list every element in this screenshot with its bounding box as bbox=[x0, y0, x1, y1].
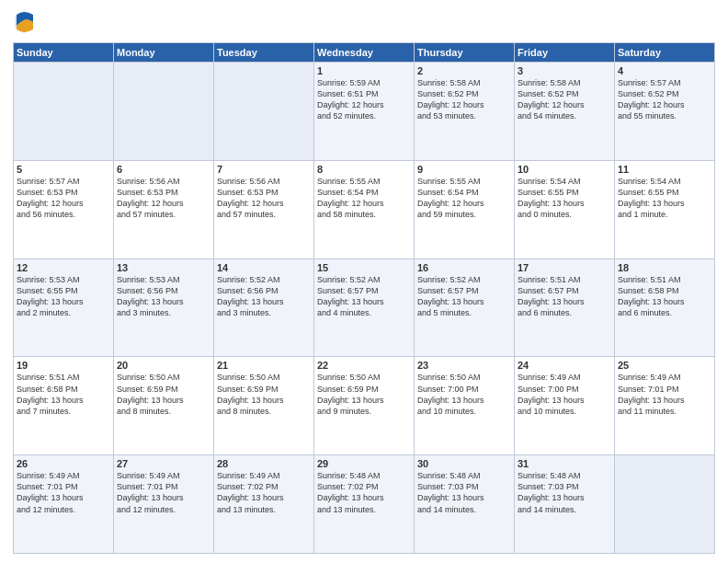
calendar-cell: 2Sunrise: 5:58 AM Sunset: 6:52 PM Daylig… bbox=[415, 63, 515, 161]
day-info: Sunrise: 5:49 AM Sunset: 7:01 PM Dayligh… bbox=[618, 372, 711, 417]
day-number: 10 bbox=[518, 164, 611, 175]
day-info: Sunrise: 5:57 AM Sunset: 6:53 PM Dayligh… bbox=[17, 176, 110, 221]
day-info: Sunrise: 5:53 AM Sunset: 6:55 PM Dayligh… bbox=[17, 274, 110, 319]
calendar-week-3: 19Sunrise: 5:51 AM Sunset: 6:58 PM Dayli… bbox=[14, 357, 715, 455]
calendar-cell: 10Sunrise: 5:54 AM Sunset: 6:55 PM Dayli… bbox=[515, 160, 615, 259]
calendar-body: 1Sunrise: 5:59 AM Sunset: 6:51 PM Daylig… bbox=[14, 63, 715, 554]
weekday-header-wednesday: Wednesday bbox=[314, 43, 415, 63]
calendar-week-0: 1Sunrise: 5:59 AM Sunset: 6:51 PM Daylig… bbox=[14, 63, 715, 161]
day-info: Sunrise: 5:58 AM Sunset: 6:52 PM Dayligh… bbox=[518, 77, 611, 122]
calendar-cell: 27Sunrise: 5:49 AM Sunset: 7:01 PM Dayli… bbox=[114, 455, 214, 554]
day-info: Sunrise: 5:50 AM Sunset: 6:59 PM Dayligh… bbox=[117, 372, 210, 417]
calendar-cell: 13Sunrise: 5:53 AM Sunset: 6:56 PM Dayli… bbox=[114, 259, 214, 357]
day-number: 25 bbox=[618, 360, 711, 371]
day-number: 13 bbox=[117, 262, 210, 273]
day-info: Sunrise: 5:54 AM Sunset: 6:55 PM Dayligh… bbox=[518, 176, 611, 221]
day-info: Sunrise: 5:50 AM Sunset: 6:59 PM Dayligh… bbox=[317, 372, 411, 417]
calendar-week-1: 5Sunrise: 5:57 AM Sunset: 6:53 PM Daylig… bbox=[14, 160, 715, 259]
day-info: Sunrise: 5:51 AM Sunset: 6:57 PM Dayligh… bbox=[518, 274, 611, 319]
calendar-cell: 3Sunrise: 5:58 AM Sunset: 6:52 PM Daylig… bbox=[515, 63, 615, 161]
day-info: Sunrise: 5:51 AM Sunset: 6:58 PM Dayligh… bbox=[17, 372, 110, 417]
day-info: Sunrise: 5:59 AM Sunset: 6:51 PM Dayligh… bbox=[317, 77, 411, 122]
day-number: 26 bbox=[17, 458, 110, 469]
calendar-cell: 7Sunrise: 5:56 AM Sunset: 6:53 PM Daylig… bbox=[214, 160, 314, 259]
calendar-cell: 20Sunrise: 5:50 AM Sunset: 6:59 PM Dayli… bbox=[114, 357, 214, 455]
calendar-cell: 1Sunrise: 5:59 AM Sunset: 6:51 PM Daylig… bbox=[314, 63, 415, 161]
day-number: 11 bbox=[618, 164, 711, 175]
day-number: 9 bbox=[417, 164, 511, 175]
calendar-cell: 30Sunrise: 5:48 AM Sunset: 7:03 PM Dayli… bbox=[415, 455, 515, 554]
weekday-header-thursday: Thursday bbox=[415, 43, 515, 63]
day-info: Sunrise: 5:56 AM Sunset: 6:53 PM Dayligh… bbox=[217, 176, 311, 221]
calendar-cell: 19Sunrise: 5:51 AM Sunset: 6:58 PM Dayli… bbox=[14, 357, 114, 455]
weekday-header-sunday: Sunday bbox=[14, 43, 114, 63]
calendar-cell bbox=[14, 63, 114, 161]
day-info: Sunrise: 5:50 AM Sunset: 6:59 PM Dayligh… bbox=[217, 372, 311, 417]
day-info: Sunrise: 5:55 AM Sunset: 6:54 PM Dayligh… bbox=[417, 176, 511, 221]
day-number: 8 bbox=[317, 164, 411, 175]
day-number: 1 bbox=[317, 65, 411, 76]
day-number: 7 bbox=[217, 164, 311, 175]
weekday-header-friday: Friday bbox=[515, 43, 615, 63]
calendar-cell: 6Sunrise: 5:56 AM Sunset: 6:53 PM Daylig… bbox=[114, 160, 214, 259]
calendar-cell: 21Sunrise: 5:50 AM Sunset: 6:59 PM Dayli… bbox=[214, 357, 314, 455]
calendar-cell bbox=[114, 63, 214, 161]
day-info: Sunrise: 5:52 AM Sunset: 6:56 PM Dayligh… bbox=[217, 274, 311, 319]
calendar-header: SundayMondayTuesdayWednesdayThursdayFrid… bbox=[14, 43, 715, 63]
calendar-cell: 25Sunrise: 5:49 AM Sunset: 7:01 PM Dayli… bbox=[615, 357, 715, 455]
calendar-cell: 18Sunrise: 5:51 AM Sunset: 6:58 PM Dayli… bbox=[615, 259, 715, 357]
day-number: 21 bbox=[217, 360, 311, 371]
day-info: Sunrise: 5:58 AM Sunset: 6:52 PM Dayligh… bbox=[417, 77, 511, 122]
calendar-week-4: 26Sunrise: 5:49 AM Sunset: 7:01 PM Dayli… bbox=[14, 455, 715, 554]
calendar-cell: 5Sunrise: 5:57 AM Sunset: 6:53 PM Daylig… bbox=[14, 160, 114, 259]
day-number: 30 bbox=[417, 458, 511, 469]
calendar-cell: 16Sunrise: 5:52 AM Sunset: 6:57 PM Dayli… bbox=[415, 259, 515, 357]
logo-icon bbox=[13, 9, 35, 35]
calendar-cell: 28Sunrise: 5:49 AM Sunset: 7:02 PM Dayli… bbox=[214, 455, 314, 554]
day-info: Sunrise: 5:53 AM Sunset: 6:56 PM Dayligh… bbox=[117, 274, 210, 319]
day-number: 3 bbox=[518, 65, 611, 76]
calendar-cell: 22Sunrise: 5:50 AM Sunset: 6:59 PM Dayli… bbox=[314, 357, 415, 455]
weekday-header-tuesday: Tuesday bbox=[214, 43, 314, 63]
calendar-cell: 17Sunrise: 5:51 AM Sunset: 6:57 PM Dayli… bbox=[515, 259, 615, 357]
page: SundayMondayTuesdayWednesdayThursdayFrid… bbox=[0, 0, 728, 563]
day-info: Sunrise: 5:49 AM Sunset: 7:01 PM Dayligh… bbox=[117, 470, 210, 515]
calendar-cell: 26Sunrise: 5:49 AM Sunset: 7:01 PM Dayli… bbox=[14, 455, 114, 554]
day-info: Sunrise: 5:55 AM Sunset: 6:54 PM Dayligh… bbox=[317, 176, 411, 221]
calendar-cell bbox=[615, 455, 715, 554]
day-info: Sunrise: 5:57 AM Sunset: 6:52 PM Dayligh… bbox=[618, 77, 711, 122]
calendar-cell: 12Sunrise: 5:53 AM Sunset: 6:55 PM Dayli… bbox=[14, 259, 114, 357]
day-number: 5 bbox=[17, 164, 110, 175]
day-number: 28 bbox=[217, 458, 311, 469]
day-number: 19 bbox=[17, 360, 110, 371]
header bbox=[13, 9, 715, 35]
calendar-cell: 4Sunrise: 5:57 AM Sunset: 6:52 PM Daylig… bbox=[615, 63, 715, 161]
day-number: 2 bbox=[417, 65, 511, 76]
calendar-week-2: 12Sunrise: 5:53 AM Sunset: 6:55 PM Dayli… bbox=[14, 259, 715, 357]
day-number: 14 bbox=[217, 262, 311, 273]
day-number: 12 bbox=[17, 262, 110, 273]
day-info: Sunrise: 5:50 AM Sunset: 7:00 PM Dayligh… bbox=[417, 372, 511, 417]
calendar-cell: 9Sunrise: 5:55 AM Sunset: 6:54 PM Daylig… bbox=[415, 160, 515, 259]
day-info: Sunrise: 5:48 AM Sunset: 7:03 PM Dayligh… bbox=[417, 470, 511, 515]
weekday-header-monday: Monday bbox=[114, 43, 214, 63]
day-info: Sunrise: 5:52 AM Sunset: 6:57 PM Dayligh… bbox=[317, 274, 411, 319]
calendar-cell: 23Sunrise: 5:50 AM Sunset: 7:00 PM Dayli… bbox=[415, 357, 515, 455]
calendar-cell: 14Sunrise: 5:52 AM Sunset: 6:56 PM Dayli… bbox=[214, 259, 314, 357]
day-number: 20 bbox=[117, 360, 210, 371]
day-number: 6 bbox=[117, 164, 210, 175]
calendar-cell: 11Sunrise: 5:54 AM Sunset: 6:55 PM Dayli… bbox=[615, 160, 715, 259]
calendar-cell: 15Sunrise: 5:52 AM Sunset: 6:57 PM Dayli… bbox=[314, 259, 415, 357]
weekday-header-row: SundayMondayTuesdayWednesdayThursdayFrid… bbox=[14, 43, 715, 63]
calendar-cell: 24Sunrise: 5:49 AM Sunset: 7:00 PM Dayli… bbox=[515, 357, 615, 455]
day-number: 23 bbox=[417, 360, 511, 371]
day-info: Sunrise: 5:48 AM Sunset: 7:03 PM Dayligh… bbox=[518, 470, 611, 515]
day-info: Sunrise: 5:48 AM Sunset: 7:02 PM Dayligh… bbox=[317, 470, 411, 515]
day-number: 18 bbox=[618, 262, 711, 273]
calendar-cell bbox=[214, 63, 314, 161]
calendar: SundayMondayTuesdayWednesdayThursdayFrid… bbox=[13, 42, 715, 554]
day-info: Sunrise: 5:54 AM Sunset: 6:55 PM Dayligh… bbox=[618, 176, 711, 221]
day-number: 24 bbox=[518, 360, 611, 371]
calendar-cell: 8Sunrise: 5:55 AM Sunset: 6:54 PM Daylig… bbox=[314, 160, 415, 259]
weekday-header-saturday: Saturday bbox=[615, 43, 715, 63]
